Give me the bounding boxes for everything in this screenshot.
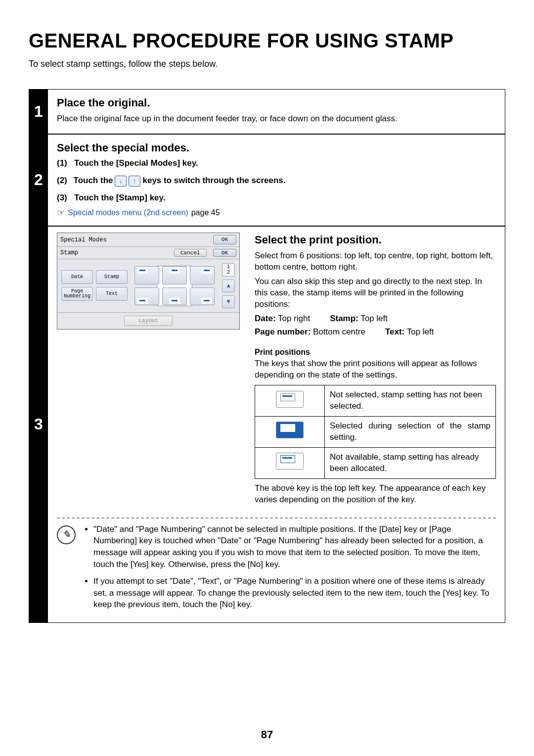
page-up-button[interactable]: ▲ (222, 280, 235, 292)
pointer-icon: ☞ (57, 207, 65, 219)
panel-header-1: Special Modes OK (57, 233, 239, 247)
up-arrow-icon: ↑ (129, 176, 140, 187)
page-title: GENERAL PROCEDURE FOR USING STAMP (29, 30, 505, 52)
sub-text-a: Touch the (74, 175, 113, 187)
step-1: 1 Place the original. Place the original… (29, 90, 505, 134)
pager-indicator: 12 (222, 263, 235, 277)
down-arrow-icon: ↓ (115, 176, 127, 187)
dashed-separator (57, 518, 496, 519)
list-item: If you attempt to set "Date", "Text", or… (93, 575, 496, 611)
position-bottom-right[interactable] (190, 287, 215, 306)
page-number: 87 (0, 728, 534, 741)
step-3: 3 Special Modes OK Stamp (29, 226, 505, 622)
reference-link[interactable]: Special modes menu (2nd screen) (68, 207, 188, 218)
stamp-type-buttons: Date Stamp Page Numbering Text (61, 270, 128, 308)
steps-container: 1 Place the original. Place the original… (29, 89, 505, 623)
text-button[interactable]: Text (96, 287, 128, 301)
date-button[interactable]: Date (61, 270, 93, 284)
step-number: 2 (34, 171, 43, 189)
sub-label: (3) (57, 193, 67, 202)
ok-button[interactable]: OK (213, 249, 236, 257)
position-top-right[interactable] (190, 266, 215, 284)
step-3-text-column: Select the print position. Select from 6… (255, 233, 496, 508)
table-row: Not available, stamp setting has already… (255, 447, 496, 478)
pager-controls: 12 ▲ ▼ (222, 263, 235, 308)
notes-block: ✎ "Date" and "Page Numbering" cannot be … (57, 523, 496, 616)
page-numbering-button[interactable]: Page Numbering (61, 287, 93, 301)
sub-label: (2) (57, 175, 67, 187)
step-number: 3 (34, 415, 43, 433)
touchscreen-panel: Special Modes OK Stamp Cancel OK (57, 233, 240, 330)
step-2-heading: Select the special modes. (57, 141, 496, 155)
cancel-button[interactable]: Cancel (174, 249, 207, 257)
step-3-para-2: You can also skip this step and go direc… (255, 276, 496, 310)
ok-button[interactable]: OK (213, 235, 236, 244)
sub-label: (1) (57, 158, 67, 168)
page-down-button[interactable]: ▼ (222, 295, 235, 308)
defaults-row-2: Page number: Bottom centre Text: Top lef… (255, 327, 496, 338)
key-desc-selected: Selected during selection of the stamp s… (325, 417, 496, 448)
sub-text: Touch the [Stamp] key. (74, 193, 166, 202)
panel-footer: Layout (57, 312, 239, 329)
position-bottom-centre[interactable] (162, 287, 187, 306)
step-number-cell: 1 (29, 90, 48, 134)
position-bottom-left[interactable] (134, 287, 159, 306)
reference-page: page 45 (191, 207, 220, 218)
table-row: Not selected, stamp setting has not been… (255, 385, 496, 417)
print-positions-heading: Print positions (255, 347, 496, 358)
step-2-sub-2: (2) Touch the ↓ ↑ keys to switch through… (57, 175, 286, 187)
sub-text-b: keys to switch through the screens. (142, 175, 285, 187)
step-3-body: Special Modes OK Stamp Cancel OK (48, 226, 505, 622)
key-desc-unavailable: Not available, stamp setting has already… (325, 447, 496, 478)
sub-text: Touch the [Special Modes] key. (74, 158, 198, 168)
panel-header-2: Stamp Cancel OK (57, 247, 239, 259)
unselected-key-icon (276, 391, 304, 408)
step-number: 1 (34, 102, 43, 121)
manual-page: GENERAL PROCEDURE FOR USING STAMP To sel… (0, 0, 534, 756)
key-legend-table: Not selected, stamp setting has not been… (255, 385, 496, 479)
page-intro-text: To select stamp settings, follow the ste… (29, 59, 505, 69)
notes-list: "Date" and "Page Numbering" cannot be se… (85, 523, 496, 616)
after-table-text: The above key is the top left key. The a… (255, 483, 496, 506)
panel-main: Date Stamp Page Numbering Text (57, 259, 239, 312)
touchscreen-figure: Special Modes OK Stamp Cancel OK (57, 233, 240, 330)
step-1-body: Place the original. Place the original f… (48, 90, 505, 134)
position-top-centre[interactable] (162, 266, 187, 284)
reference-row: ☞ Special modes menu (2nd screen) page 4… (57, 207, 496, 219)
step-1-heading: Place the original. (57, 95, 496, 110)
key-cell-unselected (255, 385, 325, 417)
stamp-button[interactable]: Stamp (96, 270, 128, 284)
step-3-para-1: Select from 6 positions: top left, top c… (255, 250, 496, 273)
step-2-sub-3: (3) Touch the [Stamp] key. (57, 192, 496, 204)
panel-title-special-modes: Special Modes (60, 236, 107, 244)
position-grid (133, 263, 217, 308)
layout-button[interactable]: Layout (124, 316, 173, 326)
table-row: Selected during selection of the stamp s… (255, 417, 496, 448)
key-cell-unavailable (255, 447, 325, 478)
list-item: "Date" and "Page Numbering" cannot be se… (93, 523, 496, 570)
step-2-sub-1: (1) Touch the [Special Modes] key. (57, 158, 496, 169)
step-1-text: Place the original face up in the docume… (57, 113, 496, 125)
step-number-cell: 2 (29, 134, 48, 226)
key-desc-unselected: Not selected, stamp setting has not been… (325, 385, 496, 417)
step-2: 2 Select the special modes. (1) Touch th… (29, 134, 505, 226)
step-2-body: Select the special modes. (1) Touch the … (48, 134, 505, 226)
panel-title-stamp: Stamp (60, 249, 78, 257)
key-cell-selected (255, 417, 325, 448)
step-3-heading: Select the print position. (255, 233, 496, 247)
defaults-row-1: Date: Top right Stamp: Top left (255, 313, 496, 325)
unavailable-key-icon (276, 453, 304, 470)
print-positions-description: The keys that show the print positions w… (255, 358, 496, 381)
step-number-cell: 3 (29, 226, 48, 622)
position-top-left[interactable] (134, 266, 159, 284)
selected-key-icon (276, 422, 304, 438)
note-icon: ✎ (57, 525, 76, 544)
